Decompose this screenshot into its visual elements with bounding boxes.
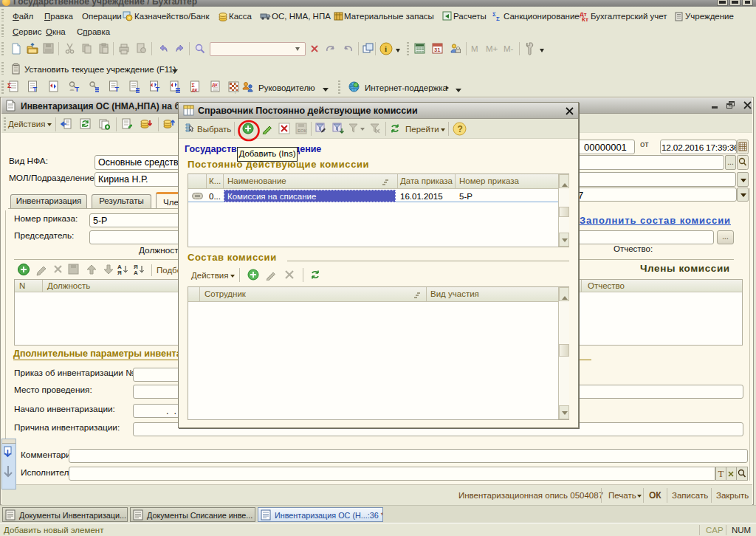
svg-text:31: 31 bbox=[434, 47, 440, 53]
svg-text:?: ? bbox=[458, 124, 463, 134]
svg-text:Σ: Σ bbox=[192, 83, 195, 88]
svg-text:T: T bbox=[75, 86, 80, 93]
svg-text:Σ: Σ bbox=[496, 16, 500, 21]
svg-text:T: T bbox=[115, 86, 120, 93]
svg-text:ДК: ДК bbox=[192, 88, 198, 92]
svg-text:А: А bbox=[134, 269, 138, 276]
svg-text:Кт: Кт bbox=[582, 16, 588, 21]
svg-text:T: T bbox=[156, 86, 160, 93]
svg-text:ДК: ДК bbox=[212, 83, 218, 87]
svg-text:Я: Я bbox=[117, 269, 122, 276]
svg-text:T: T bbox=[33, 86, 38, 93]
svg-text:ЕОК: ЕОК bbox=[298, 128, 307, 133]
svg-text:Σ: Σ bbox=[7, 82, 12, 89]
svg-text:i: i bbox=[385, 44, 387, 53]
